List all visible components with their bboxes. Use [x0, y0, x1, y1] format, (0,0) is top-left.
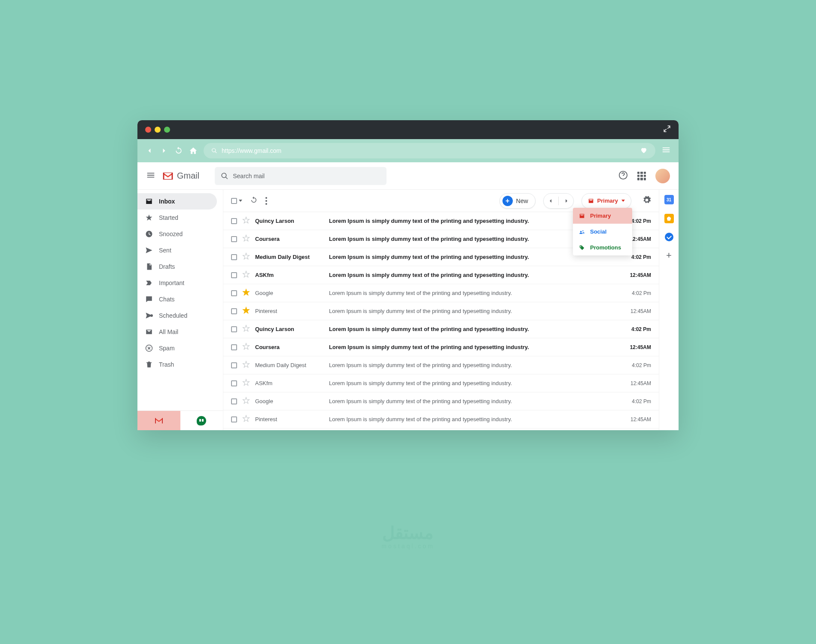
email-row[interactable]: CourseraLorem Ipsum is simply dummy text…: [223, 428, 659, 430]
email-row[interactable]: GoogleLorem Ipsum is simply dummy text o…: [223, 392, 659, 410]
avatar[interactable]: [655, 169, 670, 183]
row-checkbox[interactable]: [231, 380, 237, 386]
row-checkbox[interactable]: [231, 398, 237, 404]
row-checkbox[interactable]: [231, 344, 237, 350]
sidebar-item-label: Snoozed: [159, 231, 183, 237]
star-icon[interactable]: [242, 379, 250, 388]
prev-icon[interactable]: [547, 197, 554, 204]
row-checkbox[interactable]: [231, 290, 237, 296]
star-icon[interactable]: [242, 216, 250, 225]
search-input[interactable]: Search mail: [215, 167, 387, 185]
category-dropdown[interactable]: Primary: [582, 193, 631, 209]
help-icon[interactable]: [618, 170, 628, 182]
category-label: Primary: [597, 197, 618, 204]
email-row[interactable]: CourseraLorem Ipsum is simply dummy text…: [223, 338, 659, 356]
star-icon[interactable]: [242, 325, 250, 334]
sidebar-item-snoozed[interactable]: Snoozed: [137, 226, 223, 242]
add-addon-icon[interactable]: +: [664, 251, 674, 260]
email-sender: Quincy Larson: [255, 326, 324, 332]
sidebar-item-label: Sent: [159, 247, 171, 254]
email-sender: Pinterest: [255, 416, 324, 422]
back-icon[interactable]: [145, 146, 154, 155]
maximize-button[interactable]: [164, 127, 170, 133]
row-checkbox[interactable]: [231, 308, 237, 314]
email-row[interactable]: ASKfmLorem Ipsum is simply dummy text of…: [223, 266, 659, 284]
sidebar-item-drafts[interactable]: Drafts: [137, 258, 223, 275]
side-panel: 31 +: [659, 190, 679, 430]
sidebar-item-allmail[interactable]: All Mail: [137, 324, 223, 340]
search-placeholder: Search mail: [233, 173, 265, 179]
row-checkbox[interactable]: [231, 272, 237, 278]
email-row[interactable]: ASKfmLorem Ipsum is simply dummy text of…: [223, 374, 659, 392]
sidebar-item-label: Trash: [159, 361, 174, 368]
row-checkbox[interactable]: [231, 236, 237, 242]
sidebar-item-important[interactable]: Important: [137, 275, 223, 291]
sidebar-item-label: Inbox: [159, 198, 175, 205]
sidebar-item-spam[interactable]: Spam: [137, 340, 223, 356]
sidebar-item-inbox[interactable]: Inbox: [137, 193, 217, 210]
star-icon[interactable]: [242, 361, 250, 370]
apps-icon[interactable]: [637, 172, 646, 180]
email-row[interactable]: GoogleLorem Ipsum is simply dummy text o…: [223, 284, 659, 302]
star-icon[interactable]: [242, 415, 250, 424]
menu-icon[interactable]: [146, 170, 155, 182]
sidebar-item-label: Important: [159, 279, 184, 286]
category-promotions[interactable]: Promotions: [573, 240, 632, 255]
sidebar-item-sent[interactable]: Sent: [137, 242, 223, 258]
sidebar-item-chats[interactable]: Chats: [137, 291, 223, 307]
email-row[interactable]: PinterestLorem Ipsum is simply dummy tex…: [223, 410, 659, 428]
browser-menu-icon[interactable]: [661, 145, 671, 156]
star-icon[interactable]: [242, 234, 250, 243]
home-icon[interactable]: [189, 146, 198, 155]
gmail-logo[interactable]: Gmail: [162, 171, 199, 181]
star-icon[interactable]: [242, 270, 250, 279]
email-row[interactable]: Quincy LarsonLorem Ipsum is simply dummy…: [223, 320, 659, 338]
star-icon[interactable]: [242, 343, 250, 352]
email-sender: ASKfm: [255, 272, 324, 278]
refresh-icon[interactable]: [250, 196, 258, 206]
row-checkbox[interactable]: [231, 218, 237, 224]
window-controls: [145, 127, 170, 133]
more-icon[interactable]: [265, 197, 267, 205]
dropdown-label: Primary: [590, 213, 611, 219]
email-row[interactable]: Medium Daily DigestLorem Ipsum is simply…: [223, 356, 659, 374]
close-button[interactable]: [145, 127, 151, 133]
star-icon[interactable]: [242, 307, 250, 316]
sidebar-item-trash[interactable]: Trash: [137, 356, 223, 373]
sidebar-item-label: Chats: [159, 296, 175, 303]
forward-icon[interactable]: [160, 146, 168, 155]
category-primary[interactable]: Primary: [573, 208, 632, 224]
email-time: 12:45AM: [621, 344, 651, 350]
star-icon[interactable]: [242, 289, 250, 298]
address-bar[interactable]: https://www.gmail.com: [204, 143, 655, 158]
next-icon[interactable]: [563, 197, 570, 204]
minimize-button[interactable]: [155, 127, 161, 133]
settings-icon[interactable]: [639, 196, 651, 206]
hangouts-tab[interactable]: [180, 411, 223, 430]
category-social[interactable]: Social: [573, 224, 632, 240]
mail-tab[interactable]: [137, 411, 180, 430]
sidebar-item-started[interactable]: Started: [137, 210, 223, 226]
row-checkbox[interactable]: [231, 362, 237, 368]
reload-icon[interactable]: [174, 146, 183, 155]
email-subject: Lorem Ipsum is simply dummy text of the …: [329, 380, 616, 386]
app-window: https://www.gmail.com Gmail Search mail …: [137, 120, 679, 430]
fullscreen-icon[interactable]: [663, 125, 671, 134]
email-subject: Lorem Ipsum is simply dummy text of the …: [329, 308, 616, 314]
browser-toolbar: https://www.gmail.com: [137, 139, 679, 162]
select-all[interactable]: [231, 198, 242, 204]
nav-buttons: [145, 146, 198, 155]
compose-button[interactable]: +New: [499, 193, 536, 209]
sidebar-item-scheduled[interactable]: Scheduled: [137, 307, 223, 324]
header-actions: [618, 169, 670, 183]
calendar-icon[interactable]: 31: [664, 195, 674, 204]
tasks-icon[interactable]: [665, 233, 673, 241]
star-icon[interactable]: [242, 397, 250, 406]
star-icon[interactable]: [242, 252, 250, 261]
email-row[interactable]: PinterestLorem Ipsum is simply dummy tex…: [223, 302, 659, 320]
row-checkbox[interactable]: [231, 416, 237, 422]
row-checkbox[interactable]: [231, 326, 237, 332]
keep-icon[interactable]: [664, 214, 674, 223]
bookmark-icon[interactable]: [640, 146, 648, 155]
row-checkbox[interactable]: [231, 254, 237, 260]
